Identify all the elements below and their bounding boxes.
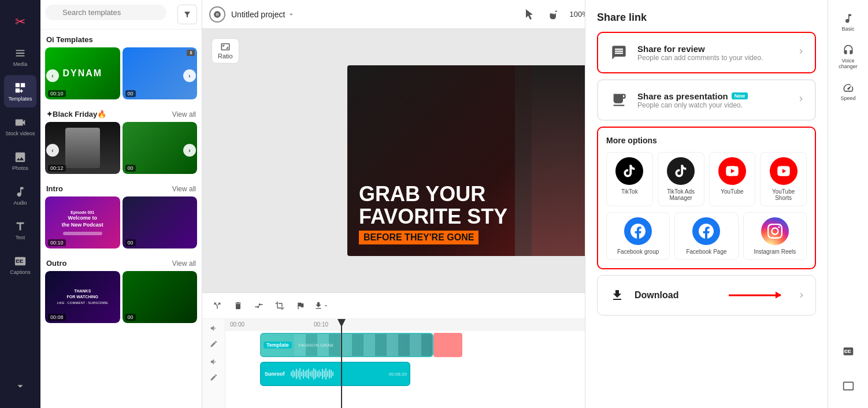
duration-outro2: 00	[125, 314, 136, 321]
logo-btn[interactable]: ✂	[4, 6, 36, 38]
sidebar-item-audio[interactable]: Audio	[4, 179, 36, 212]
select-tool-btn[interactable]	[520, 5, 539, 24]
section-title-outro: Outro	[46, 259, 66, 268]
platform-instagram-reels[interactable]: Instagram Reels	[743, 212, 807, 260]
right-tool-caption-icon[interactable]	[832, 335, 865, 368]
view-all-intro[interactable]: View all	[172, 185, 196, 193]
carousel-prev-oi[interactable]: ‹	[46, 69, 59, 82]
section-title-intro: Intro	[46, 184, 63, 193]
filter-button[interactable]	[177, 5, 197, 24]
youtube-shorts-icon	[770, 157, 797, 185]
sidebar-item-stock-videos[interactable]: Stock videos	[4, 110, 36, 142]
download-icon	[607, 285, 628, 306]
hand-tool-btn[interactable]	[543, 5, 562, 24]
share-presentation-option[interactable]: Share as presentation New People can onl…	[597, 79, 816, 121]
search-wrapper	[45, 5, 174, 24]
section-header-bf: ✦Black Friday🔥 View all	[40, 104, 202, 122]
audio-label: Sunroof	[261, 371, 288, 377]
template-label: Template	[264, 342, 292, 348]
template-card-intro2[interactable]: 00	[123, 196, 198, 248]
video-clip[interactable]: Template FASHION GRAB	[260, 333, 433, 357]
youtube-name: YouTube	[721, 188, 743, 195]
facebook-group-icon	[624, 217, 652, 245]
right-tool-speed[interactable]: Speed	[832, 75, 865, 107]
youtube-shorts-name: YouTube Shorts	[763, 188, 804, 201]
share-panel-title: Share link	[597, 12, 816, 24]
template-card-outro[interactable]: THANKSFOR WATCHINGLIKE · COMMENT · SUBSC…	[45, 271, 120, 323]
clip-overflow[interactable]	[433, 333, 462, 357]
project-name[interactable]: Untitled project	[231, 10, 295, 19]
share-review-text: Share for review People can add comments…	[637, 44, 789, 62]
sidebar-item-text[interactable]: Text	[4, 214, 36, 246]
section-header-intro: Intro View all	[40, 179, 202, 196]
tiktok-ads-name: TikTok Ads Manager	[661, 188, 702, 201]
view-all-outro[interactable]: View all	[172, 259, 196, 268]
delete-btn[interactable]	[230, 298, 246, 314]
more-options-title: More options	[606, 136, 807, 145]
platform-youtube-shorts[interactable]: YouTube Shorts	[760, 152, 807, 206]
tiktok-ads-icon	[667, 157, 695, 185]
duration-outro: 00:08	[48, 314, 66, 321]
platform-facebook-page[interactable]: Facebook Page	[674, 212, 738, 260]
template-grid-intro: Episode 001Welcome tothe New Podcast 00:…	[40, 196, 202, 253]
carousel-prev-bf[interactable]: ‹	[46, 144, 59, 157]
project-icon	[209, 6, 225, 23]
edit-btn-1[interactable]	[207, 337, 221, 350]
vol-btn-1[interactable]	[207, 321, 221, 335]
platform-youtube[interactable]: YouTube	[709, 152, 756, 206]
duration-oi2: 00	[125, 90, 136, 97]
timeline-left	[202, 319, 225, 408]
download-button[interactable]: Download	[597, 275, 816, 316]
platform-tiktok[interactable]: TikTok	[606, 152, 653, 206]
edit-btn-2[interactable]	[207, 370, 221, 384]
right-panel: Basic Voice changer Speed	[828, 0, 868, 408]
platforms-grid-row2: Facebook group Facebook Page Instagram R…	[606, 212, 807, 260]
timeline-playhead[interactable]	[341, 319, 342, 408]
template-card-outro2[interactable]: 00	[123, 271, 198, 323]
carousel-next-bf[interactable]: ›	[183, 144, 196, 157]
more-options-section: More options TikTok TikTok Ads Manager Y…	[597, 127, 816, 269]
split-btn[interactable]	[209, 298, 225, 314]
flag-btn[interactable]	[292, 298, 309, 314]
share-review-option[interactable]: Share for review People can add comments…	[597, 32, 816, 73]
section-header-outro: Outro View all	[40, 253, 202, 271]
platforms-grid-row1: TikTok TikTok Ads Manager YouTube YouTub…	[606, 152, 807, 206]
right-tool-screen-icon[interactable]	[832, 370, 865, 402]
template-grid-oi: ‹ DYNAM 00:10 00 ⏸ ›	[40, 47, 202, 104]
download-timeline-btn[interactable]	[313, 298, 329, 314]
right-tool-basic[interactable]: Basic	[832, 6, 865, 38]
audio-waveform	[288, 368, 389, 380]
sidebar-item-photos[interactable]: Photos	[4, 144, 36, 177]
carousel-next-oi[interactable]: ›	[183, 69, 196, 82]
section-header-oi: Oi Templates	[40, 29, 202, 47]
vol-btn-2[interactable]	[207, 355, 221, 368]
instagram-reels-icon	[761, 217, 789, 245]
tiktok-icon	[615, 157, 643, 185]
right-tool-voice-changer[interactable]: Voice changer	[832, 40, 865, 73]
speed-label: Speed	[840, 95, 855, 101]
download-chevron	[797, 291, 806, 300]
share-presentation-text: Share as presentation New People can onl…	[637, 91, 789, 109]
section-title-oi: Oi Templates	[46, 35, 93, 44]
sidebar-item-captions[interactable]: Captions	[4, 248, 36, 281]
share-review-chevron	[796, 47, 806, 58]
view-all-bf[interactable]: View all	[172, 110, 196, 118]
tiktok-name: TikTok	[621, 188, 638, 195]
crop-btn[interactable]	[272, 298, 288, 314]
facebook-page-icon	[692, 217, 720, 245]
search-input[interactable]	[45, 5, 166, 20]
audio-clip[interactable]: Sunroof	[260, 362, 410, 386]
platform-facebook-group[interactable]: Facebook group	[606, 212, 670, 260]
transition-btn[interactable]	[251, 298, 267, 314]
share-presentation-icon	[607, 88, 630, 112]
template-grid-outro: THANKSFOR WATCHINGLIKE · COMMENT · SUBSC…	[40, 271, 202, 328]
sidebar-item-media[interactable]: Media	[4, 40, 36, 73]
templates-panel: Oi Templates ‹ DYNAM 00:10 00 ⏸ › ✦Black…	[40, 0, 202, 408]
sidebar-item-more[interactable]	[4, 370, 36, 402]
sidebar-item-templates[interactable]: Templates	[4, 75, 36, 107]
platform-tiktok-ads[interactable]: TikTok Ads Manager	[658, 152, 704, 206]
ratio-button[interactable]: Ratio	[212, 38, 239, 64]
section-outro: Outro View all THANKSFOR WATCHINGLIKE · …	[40, 253, 202, 328]
duration-podcast: 00:10	[48, 239, 66, 246]
template-card-podcast[interactable]: Episode 001Welcome tothe New Podcast 00:…	[45, 196, 120, 248]
